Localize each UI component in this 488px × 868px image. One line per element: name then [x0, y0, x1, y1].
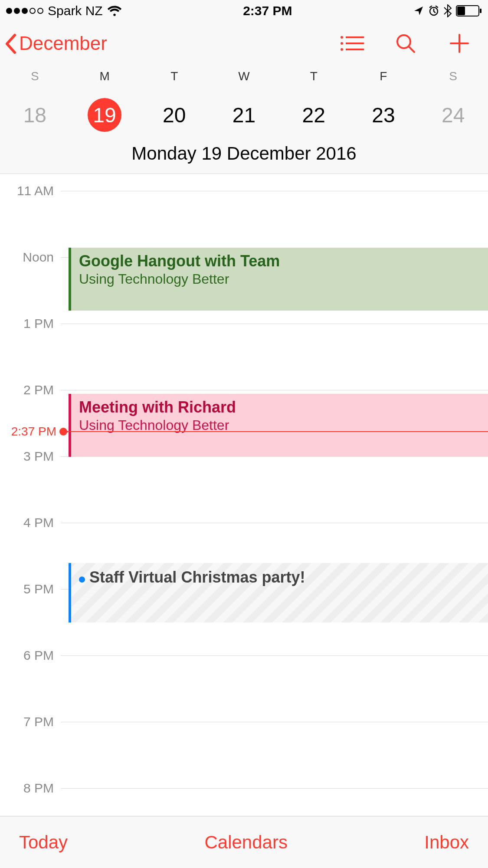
weekday-label: S: [418, 69, 488, 83]
hour-gridline: [61, 191, 488, 191]
hour-label: 6 PM: [0, 648, 61, 663]
status-right: [413, 4, 482, 17]
location-icon: [413, 6, 424, 16]
hour-gridline: [61, 722, 488, 722]
back-label: December: [19, 33, 107, 54]
status-time: 2:37 PM: [243, 3, 292, 18]
hour-label: Noon: [0, 250, 61, 265]
week-date[interactable]: 21: [209, 98, 279, 132]
hour-gridline: [61, 390, 488, 390]
day-schedule[interactable]: 11 AMNoon1 PM2 PM3 PM4 PM5 PM6 PM7 PM8 P…: [0, 174, 488, 799]
week-date[interactable]: 19: [70, 98, 140, 132]
week-date[interactable]: 24: [418, 98, 488, 132]
calendar-event[interactable]: Google Hangout with TeamUsing Technology…: [69, 248, 488, 311]
signal-strength-icon: [6, 8, 43, 14]
calendar-header: December SMTWTFS 18192021222324 Monday 1…: [0, 22, 488, 174]
hour-label: 4 PM: [0, 515, 61, 530]
calendar-event[interactable]: Staff Virtual Christmas party!: [69, 563, 488, 623]
hour-gridline: [61, 655, 488, 656]
hour-label: 2 PM: [0, 383, 61, 397]
hour-label: 8 PM: [0, 781, 61, 796]
event-color-dot: [79, 576, 85, 583]
svg-rect-3: [480, 9, 481, 13]
list-icon: [340, 35, 364, 52]
hour-gridline: [61, 523, 488, 523]
hour-row: 6 PM: [0, 648, 488, 663]
weekday-label: M: [70, 69, 140, 83]
status-bar: Spark NZ 2:37 PM: [0, 0, 488, 22]
hour-gridline: [61, 788, 488, 789]
today-button[interactable]: Today: [19, 832, 68, 853]
search-icon: [395, 33, 416, 54]
hour-gridline: [61, 324, 488, 324]
wifi-icon: [107, 5, 122, 16]
hour-row: 7 PM: [0, 714, 488, 729]
hour-row: 8 PM: [0, 781, 488, 796]
event-title: Google Hangout with Team: [79, 252, 480, 270]
chevron-left-icon: [3, 33, 18, 54]
week-date[interactable]: 20: [139, 98, 209, 132]
svg-point-4: [341, 36, 343, 39]
hour-row: 1 PM: [0, 316, 488, 331]
weekday-label: T: [279, 69, 349, 83]
full-date-label: Monday 19 December 2016: [0, 143, 488, 174]
svg-rect-5: [346, 36, 364, 38]
hour-label: 11 AM: [0, 183, 61, 198]
svg-point-6: [341, 42, 343, 45]
event-location: Using Technology Better: [79, 271, 480, 287]
weekday-label: S: [0, 69, 70, 83]
weekday-label: W: [209, 69, 279, 83]
weekday-label: T: [139, 69, 209, 83]
hour-row: 4 PM: [0, 515, 488, 530]
hour-label: 7 PM: [0, 714, 61, 729]
svg-rect-2: [457, 7, 465, 15]
hour-row: 11 AM: [0, 183, 488, 198]
week-date[interactable]: 18: [0, 98, 70, 132]
hour-label: 3 PM: [0, 449, 61, 464]
search-button[interactable]: [393, 33, 419, 54]
plus-icon: [450, 34, 469, 53]
week-date-picker[interactable]: 18192021222324: [0, 98, 488, 132]
add-event-button[interactable]: [446, 33, 472, 54]
carrier-label: Spark NZ: [48, 3, 103, 18]
weekday-labels: SMTWTFS: [0, 69, 488, 83]
event-title: Meeting with Richard: [79, 398, 480, 416]
week-date[interactable]: 22: [279, 98, 349, 132]
status-left: Spark NZ: [6, 3, 122, 18]
now-indicator-line: [64, 431, 488, 432]
now-time-label: 2:37 PM: [0, 425, 61, 439]
back-button[interactable]: December: [3, 33, 107, 54]
bluetooth-icon: [444, 4, 452, 17]
week-date[interactable]: 23: [349, 98, 419, 132]
inbox-button[interactable]: Inbox: [424, 832, 469, 853]
calendars-button[interactable]: Calendars: [204, 832, 287, 853]
svg-point-8: [341, 48, 343, 51]
alarm-icon: [428, 5, 439, 16]
svg-rect-9: [346, 49, 364, 50]
calendar-event[interactable]: Meeting with RichardUsing Technology Bet…: [69, 394, 488, 457]
hour-label: 5 PM: [0, 582, 61, 596]
weekday-label: F: [349, 69, 419, 83]
hour-label: 1 PM: [0, 316, 61, 331]
svg-rect-7: [346, 43, 364, 44]
bottom-toolbar: Today Calendars Inbox: [0, 816, 488, 868]
event-title: Staff Virtual Christmas party!: [89, 568, 305, 586]
list-view-button[interactable]: [339, 33, 365, 54]
battery-icon: [456, 5, 482, 16]
